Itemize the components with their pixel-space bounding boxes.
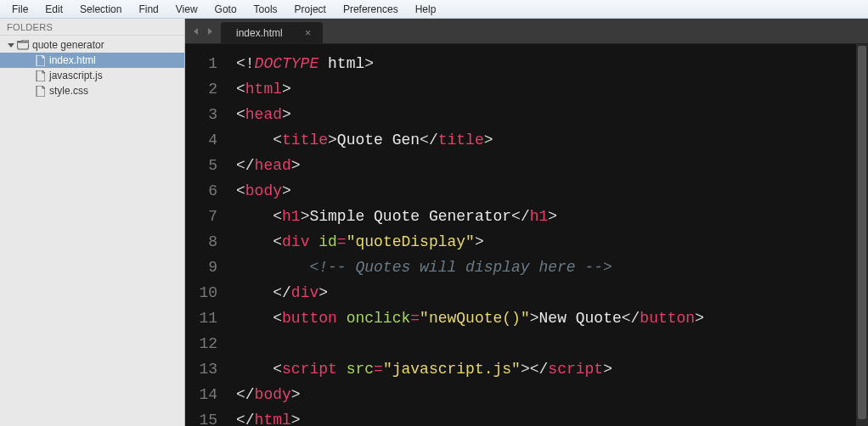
menu-tools[interactable]: Tools [245,2,286,17]
tab-title: index.html [236,27,283,39]
tab-index-html[interactable]: index.html × [221,22,323,43]
file-label: index.html [49,54,96,66]
close-icon[interactable]: × [305,26,312,39]
line-number: 14 [185,382,217,407]
line-number: 11 [185,305,217,331]
line-number: 8 [185,229,217,255]
line-gutter: 1 2 3 4 5 6 7 8 9 10 11 12 13 14 15 [185,44,226,426]
line-number: 6 [185,178,217,204]
menu-selection[interactable]: Selection [71,2,130,17]
folder-icon [17,39,29,51]
menu-bar: File Edit Selection Find View Goto Tools… [0,0,868,19]
editor-area: index.html × 1 2 3 4 5 6 7 8 9 10 11 12 … [185,19,868,426]
line-number: 12 [185,331,217,356]
line-number: 2 [185,76,217,102]
menu-find[interactable]: Find [130,2,166,17]
file-label: style.css [49,85,88,97]
line-number: 10 [185,280,217,305]
menu-project[interactable]: Project [286,2,335,17]
file-row-js[interactable]: javascript.js [0,68,184,83]
menu-preferences[interactable]: Preferences [335,2,407,17]
file-label: javascript.js [49,70,103,81]
folder-label: quote generator [32,39,104,51]
line-number: 7 [185,204,217,229]
file-row-index[interactable]: index.html [0,53,184,68]
folder-row[interactable]: quote generator [0,37,184,53]
file-tree: quote generator index.html javascript.js [0,36,184,98]
nav-forward-icon[interactable] [204,25,216,37]
file-icon [34,70,46,81]
menu-help[interactable]: Help [407,2,445,17]
line-number: 4 [185,127,217,153]
nav-back-icon[interactable] [190,25,202,37]
scrollbar-thumb[interactable] [858,46,866,419]
menu-file[interactable]: File [3,2,37,17]
sidebar: FOLDERS quote generator index.html [0,19,185,426]
sidebar-header: FOLDERS [0,19,184,36]
file-icon [34,85,46,97]
main-area: FOLDERS quote generator index.html [0,19,868,426]
code-editor[interactable]: 1 2 3 4 5 6 7 8 9 10 11 12 13 14 15 <!DO… [185,44,868,426]
line-number: 15 [185,407,217,426]
tab-history-nav [185,19,221,43]
file-icon [34,54,46,66]
menu-edit[interactable]: Edit [37,2,71,17]
line-number: 5 [185,153,217,178]
menu-goto[interactable]: Goto [206,2,245,17]
code-content[interactable]: <!DOCTYPE html><html><head> <title>Quote… [226,44,856,426]
line-number: 1 [185,51,217,76]
chevron-down-icon [7,41,15,49]
line-number: 3 [185,102,217,127]
menu-view[interactable]: View [167,2,206,17]
file-row-css[interactable]: style.css [0,83,184,98]
line-number: 13 [185,356,217,382]
vertical-scrollbar[interactable] [856,44,868,426]
line-number: 9 [185,255,217,280]
tab-bar: index.html × [185,19,868,44]
